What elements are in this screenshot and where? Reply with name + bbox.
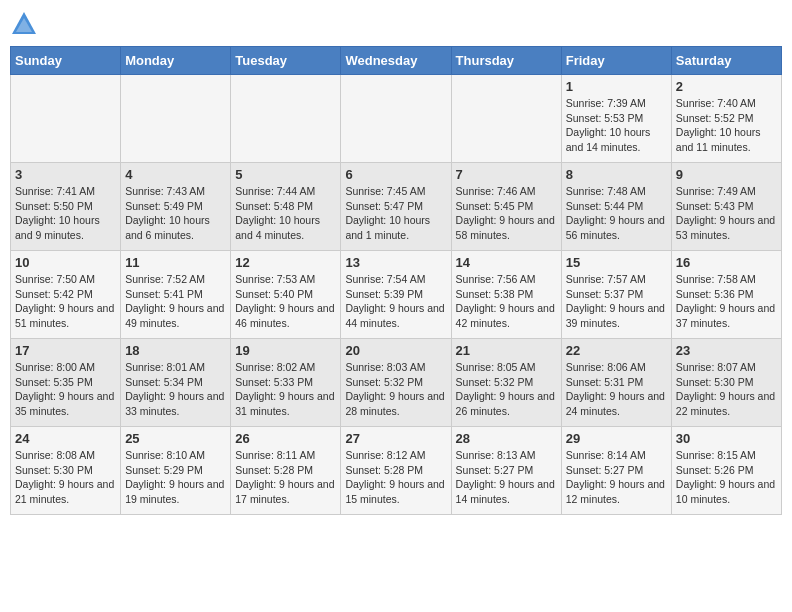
day-number: 7 — [456, 167, 557, 182]
day-number: 29 — [566, 431, 667, 446]
day-number: 18 — [125, 343, 226, 358]
day-info: Sunrise: 7:49 AMSunset: 5:43 PMDaylight:… — [676, 184, 777, 243]
day-cell: 15Sunrise: 7:57 AMSunset: 5:37 PMDayligh… — [561, 251, 671, 339]
col-saturday: Saturday — [671, 47, 781, 75]
day-number: 15 — [566, 255, 667, 270]
day-cell: 8Sunrise: 7:48 AMSunset: 5:44 PMDaylight… — [561, 163, 671, 251]
day-cell: 3Sunrise: 7:41 AMSunset: 5:50 PMDaylight… — [11, 163, 121, 251]
day-info: Sunrise: 8:02 AMSunset: 5:33 PMDaylight:… — [235, 360, 336, 419]
day-cell — [341, 75, 451, 163]
day-info: Sunrise: 8:06 AMSunset: 5:31 PMDaylight:… — [566, 360, 667, 419]
calendar-table: Sunday Monday Tuesday Wednesday Thursday… — [10, 46, 782, 515]
day-info: Sunrise: 7:40 AMSunset: 5:52 PMDaylight:… — [676, 96, 777, 155]
col-friday: Friday — [561, 47, 671, 75]
day-cell: 6Sunrise: 7:45 AMSunset: 5:47 PMDaylight… — [341, 163, 451, 251]
day-cell: 24Sunrise: 8:08 AMSunset: 5:30 PMDayligh… — [11, 427, 121, 515]
day-number: 9 — [676, 167, 777, 182]
day-info: Sunrise: 7:43 AMSunset: 5:49 PMDaylight:… — [125, 184, 226, 243]
day-info: Sunrise: 8:11 AMSunset: 5:28 PMDaylight:… — [235, 448, 336, 507]
logo-icon — [10, 10, 38, 38]
day-info: Sunrise: 7:50 AMSunset: 5:42 PMDaylight:… — [15, 272, 116, 331]
day-cell: 26Sunrise: 8:11 AMSunset: 5:28 PMDayligh… — [231, 427, 341, 515]
day-cell: 19Sunrise: 8:02 AMSunset: 5:33 PMDayligh… — [231, 339, 341, 427]
day-info: Sunrise: 8:03 AMSunset: 5:32 PMDaylight:… — [345, 360, 446, 419]
day-info: Sunrise: 8:00 AMSunset: 5:35 PMDaylight:… — [15, 360, 116, 419]
day-info: Sunrise: 7:56 AMSunset: 5:38 PMDaylight:… — [456, 272, 557, 331]
day-info: Sunrise: 8:14 AMSunset: 5:27 PMDaylight:… — [566, 448, 667, 507]
day-number: 24 — [15, 431, 116, 446]
col-sunday: Sunday — [11, 47, 121, 75]
day-number: 11 — [125, 255, 226, 270]
day-info: Sunrise: 7:39 AMSunset: 5:53 PMDaylight:… — [566, 96, 667, 155]
day-info: Sunrise: 7:48 AMSunset: 5:44 PMDaylight:… — [566, 184, 667, 243]
day-cell: 29Sunrise: 8:14 AMSunset: 5:27 PMDayligh… — [561, 427, 671, 515]
day-info: Sunrise: 7:46 AMSunset: 5:45 PMDaylight:… — [456, 184, 557, 243]
header — [10, 10, 782, 38]
day-cell — [231, 75, 341, 163]
day-cell: 22Sunrise: 8:06 AMSunset: 5:31 PMDayligh… — [561, 339, 671, 427]
day-number: 1 — [566, 79, 667, 94]
day-number: 13 — [345, 255, 446, 270]
day-info: Sunrise: 7:52 AMSunset: 5:41 PMDaylight:… — [125, 272, 226, 331]
week-row-5: 24Sunrise: 8:08 AMSunset: 5:30 PMDayligh… — [11, 427, 782, 515]
day-info: Sunrise: 8:10 AMSunset: 5:29 PMDaylight:… — [125, 448, 226, 507]
day-info: Sunrise: 7:45 AMSunset: 5:47 PMDaylight:… — [345, 184, 446, 243]
day-number: 2 — [676, 79, 777, 94]
day-number: 20 — [345, 343, 446, 358]
logo — [10, 10, 42, 38]
day-number: 14 — [456, 255, 557, 270]
col-thursday: Thursday — [451, 47, 561, 75]
day-number: 30 — [676, 431, 777, 446]
day-number: 8 — [566, 167, 667, 182]
day-number: 10 — [15, 255, 116, 270]
day-info: Sunrise: 7:41 AMSunset: 5:50 PMDaylight:… — [15, 184, 116, 243]
day-info: Sunrise: 8:01 AMSunset: 5:34 PMDaylight:… — [125, 360, 226, 419]
week-row-3: 10Sunrise: 7:50 AMSunset: 5:42 PMDayligh… — [11, 251, 782, 339]
day-info: Sunrise: 7:53 AMSunset: 5:40 PMDaylight:… — [235, 272, 336, 331]
day-number: 5 — [235, 167, 336, 182]
day-number: 16 — [676, 255, 777, 270]
day-cell: 23Sunrise: 8:07 AMSunset: 5:30 PMDayligh… — [671, 339, 781, 427]
day-cell: 1Sunrise: 7:39 AMSunset: 5:53 PMDaylight… — [561, 75, 671, 163]
day-number: 6 — [345, 167, 446, 182]
day-info: Sunrise: 8:13 AMSunset: 5:27 PMDaylight:… — [456, 448, 557, 507]
day-info: Sunrise: 7:58 AMSunset: 5:36 PMDaylight:… — [676, 272, 777, 331]
week-row-4: 17Sunrise: 8:00 AMSunset: 5:35 PMDayligh… — [11, 339, 782, 427]
day-cell: 11Sunrise: 7:52 AMSunset: 5:41 PMDayligh… — [121, 251, 231, 339]
day-number: 3 — [15, 167, 116, 182]
day-cell: 30Sunrise: 8:15 AMSunset: 5:26 PMDayligh… — [671, 427, 781, 515]
day-cell: 17Sunrise: 8:00 AMSunset: 5:35 PMDayligh… — [11, 339, 121, 427]
week-row-2: 3Sunrise: 7:41 AMSunset: 5:50 PMDaylight… — [11, 163, 782, 251]
col-tuesday: Tuesday — [231, 47, 341, 75]
day-cell: 27Sunrise: 8:12 AMSunset: 5:28 PMDayligh… — [341, 427, 451, 515]
day-info: Sunrise: 8:05 AMSunset: 5:32 PMDaylight:… — [456, 360, 557, 419]
day-cell: 25Sunrise: 8:10 AMSunset: 5:29 PMDayligh… — [121, 427, 231, 515]
day-number: 27 — [345, 431, 446, 446]
day-cell: 12Sunrise: 7:53 AMSunset: 5:40 PMDayligh… — [231, 251, 341, 339]
day-number: 25 — [125, 431, 226, 446]
day-number: 19 — [235, 343, 336, 358]
day-cell: 16Sunrise: 7:58 AMSunset: 5:36 PMDayligh… — [671, 251, 781, 339]
day-number: 4 — [125, 167, 226, 182]
calendar-header: Sunday Monday Tuesday Wednesday Thursday… — [11, 47, 782, 75]
day-info: Sunrise: 7:54 AMSunset: 5:39 PMDaylight:… — [345, 272, 446, 331]
day-cell: 13Sunrise: 7:54 AMSunset: 5:39 PMDayligh… — [341, 251, 451, 339]
day-cell: 5Sunrise: 7:44 AMSunset: 5:48 PMDaylight… — [231, 163, 341, 251]
day-number: 28 — [456, 431, 557, 446]
day-cell: 18Sunrise: 8:01 AMSunset: 5:34 PMDayligh… — [121, 339, 231, 427]
day-cell — [451, 75, 561, 163]
day-cell: 10Sunrise: 7:50 AMSunset: 5:42 PMDayligh… — [11, 251, 121, 339]
col-wednesday: Wednesday — [341, 47, 451, 75]
col-monday: Monday — [121, 47, 231, 75]
day-cell: 9Sunrise: 7:49 AMSunset: 5:43 PMDaylight… — [671, 163, 781, 251]
day-info: Sunrise: 8:12 AMSunset: 5:28 PMDaylight:… — [345, 448, 446, 507]
week-row-1: 1Sunrise: 7:39 AMSunset: 5:53 PMDaylight… — [11, 75, 782, 163]
day-cell — [121, 75, 231, 163]
day-number: 12 — [235, 255, 336, 270]
day-cell: 14Sunrise: 7:56 AMSunset: 5:38 PMDayligh… — [451, 251, 561, 339]
day-cell — [11, 75, 121, 163]
day-number: 21 — [456, 343, 557, 358]
day-cell: 20Sunrise: 8:03 AMSunset: 5:32 PMDayligh… — [341, 339, 451, 427]
day-number: 17 — [15, 343, 116, 358]
day-number: 22 — [566, 343, 667, 358]
